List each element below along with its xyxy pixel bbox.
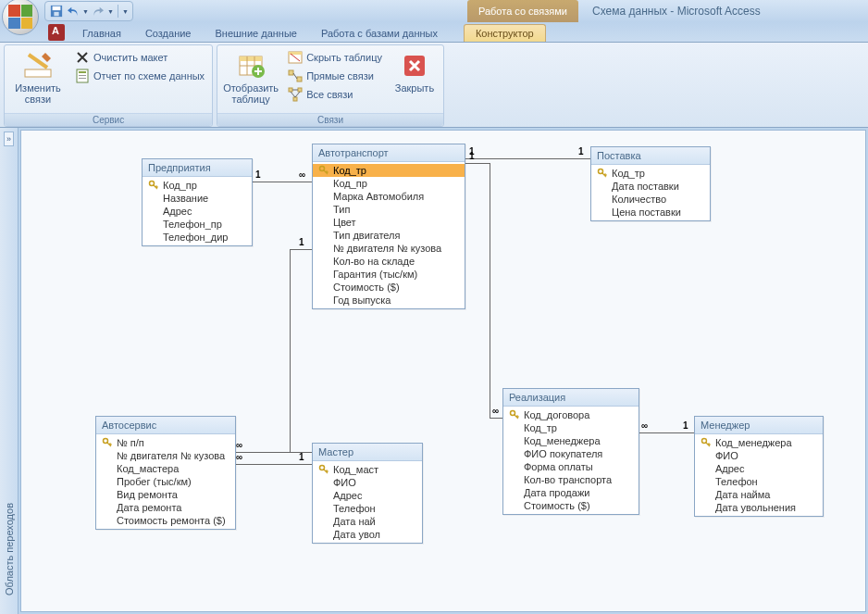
all-relations-icon bbox=[288, 87, 303, 102]
table-field[interactable]: ФИО покупателя bbox=[503, 447, 639, 460]
table-field[interactable]: Год выпуска bbox=[313, 294, 465, 307]
table-field[interactable]: Код_маст bbox=[313, 463, 422, 476]
edit-relations-button[interactable]: Изменить связи bbox=[10, 49, 66, 107]
table-title[interactable]: Поставка bbox=[591, 147, 710, 165]
table-realization[interactable]: Реализация Код_договораКод_трКод_менедже… bbox=[502, 388, 639, 515]
direct-relations-button[interactable]: Прямые связи bbox=[286, 68, 384, 84]
table-field[interactable]: Количество bbox=[591, 193, 710, 206]
clear-layout-button[interactable]: Очистить макет bbox=[73, 49, 206, 66]
tab-external-data[interactable]: Внешние данные bbox=[204, 24, 309, 42]
table-field[interactable]: Гарантия (тыс/км) bbox=[313, 268, 465, 281]
table-field[interactable]: Телефон bbox=[695, 475, 823, 488]
table-master[interactable]: Мастер Код_мастФИОАдресТелефонДата найДа… bbox=[312, 443, 423, 544]
table-field[interactable]: Код_мастера bbox=[96, 462, 235, 475]
quick-access-toolbar: ▼ ▼ ▼ bbox=[44, 1, 133, 21]
table-field[interactable]: ФИО bbox=[313, 476, 422, 489]
field-label: Код_договора bbox=[524, 409, 589, 420]
table-field[interactable]: Телефон bbox=[313, 502, 422, 515]
table-field[interactable]: Адрес bbox=[313, 489, 422, 502]
table-field[interactable]: Дата ремонта bbox=[96, 501, 235, 514]
table-field[interactable]: Цена поставки bbox=[591, 206, 710, 219]
table-field[interactable]: Код_пр bbox=[313, 177, 465, 190]
table-supply[interactable]: Поставка Код_трДата поставкиКоличествоЦе… bbox=[590, 146, 711, 221]
table-title[interactable]: Предприятия bbox=[143, 159, 252, 177]
table-field[interactable]: Форма оплаты bbox=[503, 460, 639, 473]
table-title[interactable]: Автосервис bbox=[96, 417, 235, 434]
qat-customize-icon[interactable]: ▼ bbox=[122, 8, 129, 15]
table-field[interactable]: Телефон_дир bbox=[143, 231, 252, 244]
table-title[interactable]: Мастер bbox=[313, 444, 422, 461]
access-app-icon bbox=[48, 24, 65, 41]
field-label: Дата ремонта bbox=[117, 502, 181, 513]
table-title[interactable]: Автотранспорт bbox=[313, 144, 465, 162]
table-field[interactable]: Адрес bbox=[695, 462, 823, 475]
all-relations-button[interactable]: Все связи bbox=[286, 86, 384, 103]
tab-database-tools[interactable]: Работа с базами данных bbox=[309, 24, 450, 42]
navigation-pane-collapsed[interactable]: » Область переходов bbox=[0, 128, 19, 614]
svg-rect-6 bbox=[79, 75, 86, 76]
table-field[interactable]: Телефон_пр bbox=[143, 218, 252, 231]
table-field[interactable]: № п/п bbox=[96, 436, 235, 449]
field-label: Дата продажи bbox=[524, 487, 589, 498]
relationships-canvas[interactable]: 1 ∞ 1 1 1 ∞ 1 ∞ 1 ∞ ∞ 1 Предприятия Код_… bbox=[20, 130, 866, 612]
table-field[interactable]: № двигателя № кузова bbox=[313, 242, 465, 255]
table-field[interactable]: Стоимость ($) bbox=[313, 281, 465, 294]
table-field[interactable]: № двигателя № кузова bbox=[96, 449, 235, 462]
schema-report-icon bbox=[75, 69, 90, 83]
close-button[interactable]: Закрыть bbox=[391, 49, 438, 95]
redo-icon[interactable] bbox=[91, 4, 105, 19]
tab-home[interactable]: Главная bbox=[70, 24, 133, 42]
table-field[interactable]: Цвет bbox=[313, 216, 465, 229]
table-field[interactable]: Пробег (тыс/км) bbox=[96, 475, 235, 488]
save-icon[interactable] bbox=[49, 4, 64, 19]
table-title[interactable]: Реализация bbox=[503, 389, 639, 407]
table-field[interactable]: Дата най bbox=[313, 515, 422, 528]
table-manager[interactable]: Менеджер Код_менеджераФИОАдресТелефонДат… bbox=[694, 416, 824, 517]
redo-dropdown-icon[interactable]: ▼ bbox=[107, 8, 114, 15]
table-field[interactable]: Стоимость ($) bbox=[503, 499, 639, 512]
table-field[interactable]: Дата увольнения bbox=[695, 501, 823, 514]
table-field[interactable]: Дата найма bbox=[695, 488, 823, 501]
expand-pane-icon[interactable]: » bbox=[4, 132, 14, 146]
table-field[interactable]: Код_тр bbox=[313, 164, 465, 177]
field-label: Код_менеджера bbox=[524, 435, 601, 446]
svg-rect-13 bbox=[289, 70, 293, 75]
show-table-button[interactable]: Отобразить таблицу bbox=[223, 49, 279, 107]
table-field[interactable]: Код_тр bbox=[503, 421, 639, 434]
undo-dropdown-icon[interactable]: ▼ bbox=[82, 8, 89, 15]
table-field[interactable]: Код_менеджера bbox=[695, 436, 823, 449]
table-field[interactable]: Дата увол bbox=[313, 528, 422, 541]
table-field[interactable]: Код_менеджера bbox=[503, 434, 639, 447]
svg-rect-7 bbox=[79, 78, 86, 79]
schema-report-button[interactable]: Отчет по схеме данных bbox=[73, 68, 206, 84]
field-label: Код_маст bbox=[333, 464, 378, 475]
tab-designer[interactable]: Конструктор bbox=[464, 24, 546, 42]
table-field[interactable]: Тип двигателя bbox=[313, 229, 465, 242]
table-enterprise[interactable]: Предприятия Код_прНазваниеАдресТелефон_п… bbox=[142, 158, 253, 246]
field-label: Код_пр bbox=[163, 180, 197, 191]
table-field[interactable]: Код_пр bbox=[143, 179, 252, 192]
table-autoservice[interactable]: Автосервис № п/п№ двигателя № кузоваКод_… bbox=[95, 416, 236, 530]
table-autotransport[interactable]: Автотранспорт Код_трКод_прМарка Автомоби… bbox=[312, 144, 465, 309]
table-field[interactable]: Кол-во на складе bbox=[313, 255, 465, 268]
field-label: Адрес bbox=[333, 490, 363, 501]
table-field[interactable]: Название bbox=[143, 192, 252, 205]
hide-table-button[interactable]: Скрыть таблицу bbox=[286, 49, 384, 66]
table-field[interactable]: Код_тр bbox=[591, 167, 710, 180]
table-field[interactable]: Кол-во транспорта bbox=[503, 473, 639, 486]
table-field[interactable]: Тип bbox=[313, 203, 465, 216]
table-field[interactable]: Вид ремонта bbox=[96, 488, 235, 501]
tab-create[interactable]: Создание bbox=[133, 24, 204, 42]
table-field[interactable]: Марка Автомобиля bbox=[313, 190, 465, 203]
table-title[interactable]: Менеджер bbox=[695, 417, 823, 434]
table-field[interactable]: Код_договора bbox=[503, 408, 639, 421]
undo-icon[interactable] bbox=[66, 4, 81, 19]
table-field[interactable]: Дата продажи bbox=[503, 486, 639, 499]
field-label: Стоимость ремонта ($) bbox=[117, 515, 226, 526]
field-label: Дата поставки bbox=[612, 181, 679, 192]
table-field[interactable]: Дата поставки bbox=[591, 180, 710, 193]
field-label: Код_тр bbox=[524, 422, 557, 433]
table-field[interactable]: Стоимость ремонта ($) bbox=[96, 514, 235, 527]
table-field[interactable]: Адрес bbox=[143, 205, 252, 218]
table-field[interactable]: ФИО bbox=[695, 449, 823, 462]
